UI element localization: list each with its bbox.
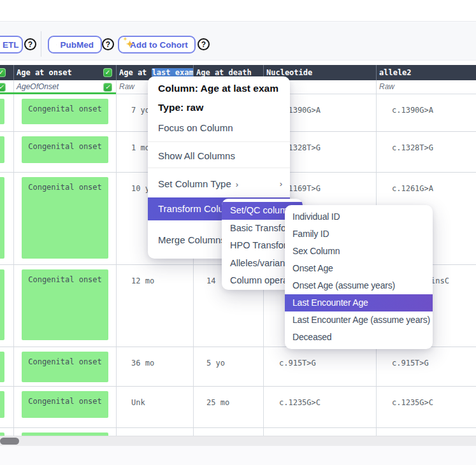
submenu-item-sex-column[interactable]: Sex Column: [285, 243, 433, 260]
onset-badge: Congenital onset: [22, 352, 108, 382]
column-header-label: Age at death: [196, 68, 252, 77]
chevron-right-icon: ›: [236, 180, 238, 189]
add-to-cohort-button-label: Add to Cohort: [130, 40, 188, 50]
cell-age-at-onset: Congenital onset: [13, 173, 116, 264]
check-icon[interactable]: ✓: [103, 83, 112, 92]
check-icon[interactable]: ✓: [0, 68, 6, 77]
column-header-label: Age at: [119, 68, 152, 77]
mapped-column-indicator: [0, 92, 116, 94]
menu-item-focus-on-column[interactable]: Focus on Column: [148, 118, 290, 138]
table-row: Congenital onset 36 mo 5 yo c.915T>G c.9…: [0, 347, 476, 387]
help-icon[interactable]: ?: [198, 38, 210, 50]
submenu-item-onset-age-assume-years[interactable]: Onset Age (assume years): [285, 277, 433, 294]
cell-age-at-onset: Congenital onset: [13, 387, 116, 427]
submenu-item-individual-id[interactable]: Individual ID: [285, 208, 433, 225]
onset-badge: Congenital onset: [22, 269, 108, 340]
subheader-label: Raw: [119, 82, 134, 91]
cell-age-at-last-exam: 36 mo: [116, 347, 193, 386]
menu-item-label: Set Column Type: [158, 178, 231, 189]
top-strip: [0, 0, 476, 22]
submenu-item-last-encounter-age[interactable]: Last Encounter Age: [285, 294, 433, 311]
column-header-select[interactable]: ✓: [0, 65, 13, 80]
onset-badge: Congenital onset: [22, 391, 108, 418]
horizontal-scrollbar[interactable]: [0, 436, 476, 446]
cell-select: [0, 132, 13, 172]
cell-age-at-death: 5 yo: [193, 347, 263, 386]
cell-age-at-onset: Congenital onset: [13, 347, 116, 386]
subheader-allele2: Raw: [376, 80, 476, 94]
menu-separator: [148, 141, 290, 142]
cell-age-at-last-exam: 12 mo: [116, 265, 193, 347]
status-badge: [0, 391, 4, 418]
search-icon: [56, 40, 57, 50]
cell-age-at-onset: Congenital onset: [13, 132, 116, 172]
submenu-item-family-id[interactable]: Family ID: [285, 225, 433, 243]
toolbar-gap: [0, 61, 476, 65]
cell-allele2: c.1390G>A: [376, 94, 476, 131]
chevron-right-icon: ›: [280, 175, 282, 194]
menu-separator: [148, 168, 290, 168]
cell-nucleotide: c.1235G>C: [263, 387, 376, 427]
column-header-label: allele2: [379, 68, 412, 77]
menu-title-type: Type: raw: [158, 101, 203, 117]
onset-badge: Congenital onset: [22, 177, 108, 259]
toolbar-divider: [41, 31, 41, 57]
etl-button[interactable]: ETL: [0, 36, 23, 54]
status-badge: [0, 136, 4, 163]
cell-age-at-last-exam: Unk: [116, 387, 193, 427]
status-badge: [0, 177, 4, 259]
column-header-label: Age at onset: [17, 68, 72, 77]
status-badge: [0, 99, 4, 124]
cell-select: [0, 347, 13, 386]
cell-allele2: c.1235G>C: [376, 387, 476, 427]
scrollbar-thumb[interactable]: [0, 438, 19, 445]
cell-select: [0, 94, 13, 131]
status-badge: [0, 352, 4, 382]
table-row: Congenital onset Unk 25 mo c.1235G>C c.1…: [0, 387, 476, 428]
pubmed-button[interactable]: PubMed: [48, 36, 102, 54]
menu-title-column: Column: Age at last exam: [158, 82, 278, 98]
cell-allele2: c.915T>G: [376, 347, 476, 386]
submenu-item-last-encounter-age-assume-years[interactable]: Last Encounter Age (assume years): [285, 311, 433, 329]
cell-select: [0, 387, 13, 427]
cell-allele2: c.1328T>G: [376, 132, 476, 172]
column-header-age-at-onset[interactable]: Age at onset ✓: [13, 65, 116, 80]
status-badge: [0, 269, 4, 340]
header-text-selection: last exam: [152, 68, 193, 77]
submenu-item-onset-age[interactable]: Onset Age: [285, 260, 433, 277]
cell-age-at-onset: Congenital onset: [13, 265, 116, 347]
subheader-label: Raw: [379, 82, 394, 91]
cell-select: [0, 265, 13, 347]
menu-item-show-all-columns[interactable]: Show All Columns: [148, 147, 290, 166]
menu-item-set-column-type[interactable]: Set Column Type› ›: [148, 175, 290, 194]
cell-age-at-death: 25 mo: [193, 387, 263, 427]
cell-nucleotide: c.915T>G: [263, 347, 376, 386]
bottom-area: [0, 446, 476, 465]
pubmed-button-label: PubMed: [61, 40, 94, 50]
cell-age-at-onset: Congenital onset: [13, 94, 116, 131]
set-qc-submenu: Individual ID Family ID Sex Column Onset…: [285, 205, 433, 349]
onset-badge: Congenital onset: [22, 136, 108, 163]
cell-select: [0, 173, 13, 264]
submenu-item-deceased[interactable]: Deceased: [285, 329, 433, 346]
column-header-label: Nucleotide: [266, 68, 312, 77]
help-icon[interactable]: ?: [24, 38, 36, 50]
etl-button-label: ETL: [3, 40, 19, 50]
check-icon[interactable]: ✓: [0, 83, 6, 92]
onset-badge: Congenital onset: [22, 99, 108, 124]
column-header-allele2[interactable]: allele2: [376, 65, 476, 80]
check-icon[interactable]: ✓: [103, 68, 112, 77]
add-to-cohort-button[interactable]: ✦ ✦ Add to Cohort: [118, 36, 196, 54]
help-icon[interactable]: ?: [102, 38, 114, 50]
subheader-label: AgeOfOnset: [17, 82, 59, 91]
